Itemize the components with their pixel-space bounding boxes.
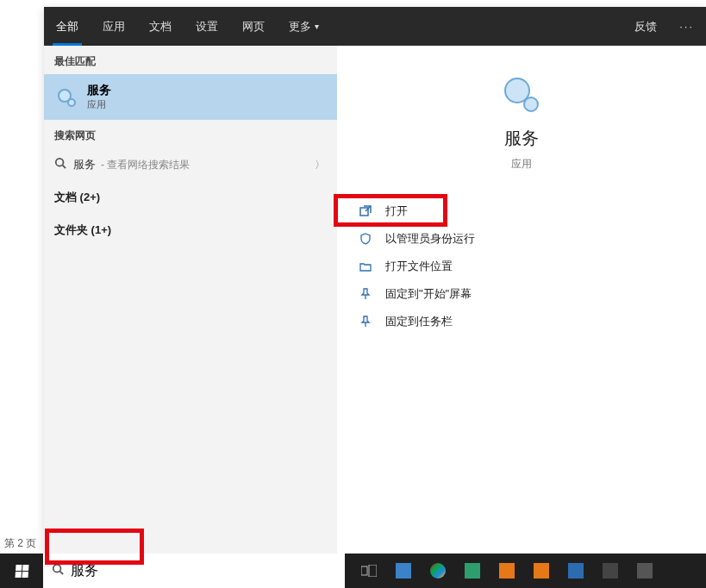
taskbar-app-icon[interactable] bbox=[597, 557, 624, 585]
open-icon bbox=[358, 205, 373, 217]
action-run-admin-label: 以管理员身份运行 bbox=[385, 231, 475, 247]
action-run-admin[interactable]: 以管理员身份运行 bbox=[351, 225, 692, 253]
preview-subtitle: 应用 bbox=[511, 157, 532, 172]
pin-icon bbox=[358, 316, 373, 328]
svg-rect-9 bbox=[361, 566, 367, 575]
search-icon bbox=[52, 563, 64, 579]
tab-settings[interactable]: 设置 bbox=[184, 7, 230, 46]
tab-apps[interactable]: 应用 bbox=[91, 7, 137, 46]
tab-more[interactable]: 更多▾ bbox=[277, 7, 331, 46]
svg-point-5 bbox=[524, 97, 538, 111]
taskbar-app-icon[interactable] bbox=[493, 557, 521, 585]
more-menu-icon[interactable]: ··· bbox=[667, 7, 706, 46]
preview-pane: 服务 应用 打开 以管理员身份运行 bbox=[337, 46, 706, 554]
svg-line-3 bbox=[63, 166, 66, 169]
taskbar-app-icon[interactable] bbox=[459, 557, 486, 585]
action-open-location-label: 打开文件位置 bbox=[385, 259, 453, 274]
taskbar-app-icon[interactable] bbox=[528, 557, 555, 585]
taskbar-app-icon[interactable] bbox=[562, 557, 590, 585]
svg-point-7 bbox=[53, 565, 61, 572]
svg-line-8 bbox=[60, 572, 64, 575]
tab-all[interactable]: 全部 bbox=[44, 7, 91, 46]
tab-web[interactable]: 网页 bbox=[230, 7, 277, 46]
taskbar-app-icon[interactable] bbox=[390, 557, 417, 585]
feedback-link[interactable]: 反馈 bbox=[624, 7, 667, 46]
pin-icon bbox=[358, 288, 373, 300]
svg-rect-10 bbox=[369, 565, 377, 577]
svg-point-1 bbox=[68, 99, 75, 106]
result-subtitle: 应用 bbox=[87, 98, 111, 111]
action-pin-taskbar[interactable]: 固定到任务栏 bbox=[351, 308, 692, 335]
taskbar-app-icon[interactable] bbox=[631, 557, 659, 585]
taskbar-search[interactable] bbox=[43, 554, 345, 588]
category-folders[interactable]: 文件夹 (1+) bbox=[44, 214, 337, 247]
tab-docs[interactable]: 文档 bbox=[137, 7, 184, 46]
shield-icon bbox=[358, 233, 373, 245]
action-pin-taskbar-label: 固定到任务栏 bbox=[385, 314, 453, 329]
results-list: 最佳匹配 服务 应用 搜索网页 服务 - bbox=[44, 46, 337, 554]
web-search-hint: - 查看网络搜索结果 bbox=[101, 158, 190, 172]
section-best-match: 最佳匹配 bbox=[44, 46, 337, 74]
web-search-query: 服务 bbox=[73, 157, 96, 172]
windows-icon bbox=[15, 565, 28, 578]
svg-point-2 bbox=[56, 159, 64, 166]
action-pin-start-label: 固定到"开始"屏幕 bbox=[385, 286, 472, 302]
tab-more-label: 更多 bbox=[289, 19, 311, 34]
taskbar-app-icon[interactable] bbox=[424, 557, 452, 585]
taskbar-icons bbox=[345, 557, 659, 585]
result-services-app[interactable]: 服务 应用 bbox=[44, 74, 337, 120]
taskbar bbox=[0, 554, 706, 588]
folder-icon bbox=[358, 260, 373, 272]
gear-icon bbox=[497, 70, 547, 120]
start-button[interactable] bbox=[0, 554, 43, 588]
category-docs[interactable]: 文档 (2+) bbox=[44, 181, 337, 214]
action-open-location[interactable]: 打开文件位置 bbox=[351, 253, 692, 280]
action-open[interactable]: 打开 bbox=[351, 197, 692, 225]
preview-title: 服务 bbox=[504, 127, 539, 150]
action-list: 打开 以管理员身份运行 打开文件位置 bbox=[337, 197, 706, 335]
result-title: 服务 bbox=[87, 83, 111, 98]
page-indicator: 第 2 页 bbox=[4, 536, 36, 551]
search-input[interactable] bbox=[71, 563, 102, 579]
gear-icon bbox=[54, 85, 78, 109]
web-search-result[interactable]: 服务 - 查看网络搜索结果 〉 bbox=[44, 148, 337, 181]
search-panel: 全部 应用 文档 设置 网页 更多▾ 反馈 ··· 最佳匹配 服务 应用 bbox=[44, 7, 706, 554]
chevron-right-icon: 〉 bbox=[315, 158, 325, 172]
action-pin-start[interactable]: 固定到"开始"屏幕 bbox=[351, 280, 692, 308]
tab-bar: 全部 应用 文档 设置 网页 更多▾ 反馈 ··· bbox=[44, 7, 706, 46]
task-view-icon[interactable] bbox=[355, 557, 383, 585]
chevron-down-icon: ▾ bbox=[315, 22, 319, 31]
search-icon bbox=[54, 157, 66, 172]
section-search-web: 搜索网页 bbox=[44, 120, 337, 148]
action-open-label: 打开 bbox=[385, 203, 408, 219]
